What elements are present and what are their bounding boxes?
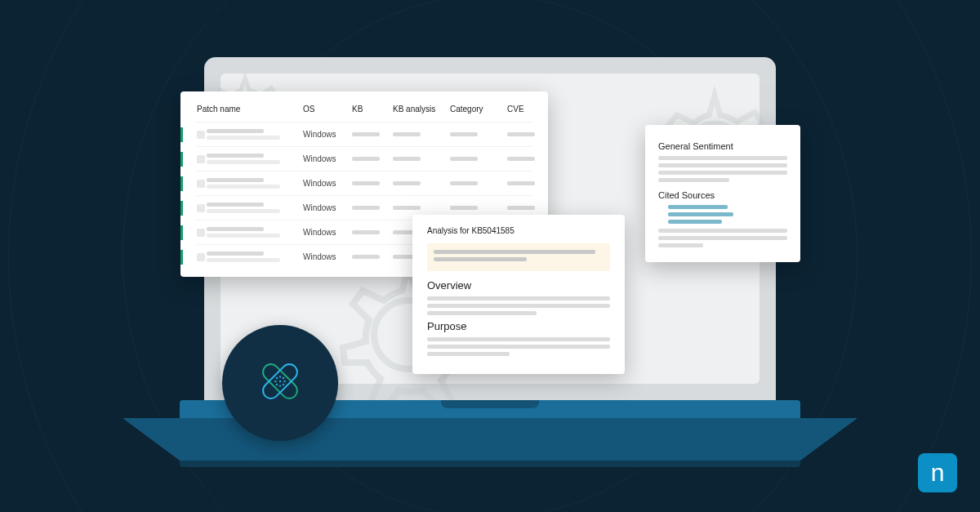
category-cell-placeholder bbox=[450, 157, 478, 161]
overview-heading: Overview bbox=[427, 279, 610, 292]
svg-point-12 bbox=[275, 381, 276, 382]
row-checkbox[interactable] bbox=[197, 229, 205, 237]
sources-heading: Cited Sources bbox=[658, 190, 787, 200]
analysis-highlight bbox=[427, 243, 610, 271]
cve-cell-placeholder bbox=[507, 206, 535, 210]
patch-badge bbox=[222, 325, 338, 441]
kb-analysis-cell-placeholder bbox=[393, 206, 421, 210]
table-row[interactable]: Windows bbox=[197, 171, 532, 195]
patch-name-placeholder bbox=[207, 227, 303, 238]
svg-point-13 bbox=[284, 381, 285, 382]
kb-cell-placeholder bbox=[352, 181, 380, 185]
kb-analysis-cell-placeholder bbox=[393, 157, 421, 161]
os-cell: Windows bbox=[303, 252, 352, 261]
brand-logo-letter: n bbox=[931, 459, 945, 487]
kb-cell-placeholder bbox=[352, 206, 380, 210]
col-os: OS bbox=[303, 105, 352, 114]
svg-point-7 bbox=[283, 385, 284, 385]
purpose-heading: Purpose bbox=[427, 320, 610, 332]
col-category: Category bbox=[450, 105, 507, 114]
patch-name-placeholder bbox=[207, 154, 303, 164]
kb-analysis-cell-placeholder bbox=[393, 132, 421, 136]
analysis-title: Analysis for KB5041585 bbox=[427, 226, 610, 235]
kb-analysis-card: Analysis for KB5041585 Overview Purpose bbox=[412, 215, 625, 374]
os-cell: Windows bbox=[303, 130, 352, 139]
sentiment-heading: General Sentiment bbox=[658, 141, 787, 151]
cve-cell-placeholder bbox=[507, 157, 535, 161]
col-cve: CVE bbox=[507, 105, 548, 114]
table-row[interactable]: Windows bbox=[197, 146, 532, 171]
svg-point-10 bbox=[280, 376, 281, 377]
patch-name-placeholder bbox=[207, 252, 303, 262]
kb-cell-placeholder bbox=[352, 157, 380, 161]
svg-point-11 bbox=[280, 385, 281, 386]
overview-text-placeholder bbox=[427, 296, 610, 315]
row-checkbox[interactable] bbox=[197, 204, 205, 212]
os-cell: Windows bbox=[303, 179, 352, 188]
sentiment-text-placeholder bbox=[658, 156, 787, 182]
os-cell: Windows bbox=[303, 228, 352, 237]
cve-cell-placeholder bbox=[507, 181, 535, 185]
brand-logo: n bbox=[918, 453, 957, 492]
patch-table-header: Patch name OS KB KB analysis Category CV… bbox=[197, 105, 532, 114]
kb-analysis-cell-placeholder bbox=[393, 181, 421, 185]
table-row[interactable]: Windows bbox=[197, 122, 532, 146]
laptop-base bbox=[122, 418, 858, 461]
svg-point-5 bbox=[280, 381, 281, 382]
col-kb-analysis: KB analysis bbox=[393, 105, 450, 114]
kb-cell-placeholder bbox=[352, 230, 380, 234]
patch-name-placeholder bbox=[207, 203, 303, 213]
svg-point-8 bbox=[283, 378, 284, 379]
patch-name-placeholder bbox=[207, 178, 303, 189]
row-checkbox[interactable] bbox=[197, 180, 205, 188]
patch-name-placeholder bbox=[207, 129, 303, 140]
sentiment-card: General Sentiment Cited Sources bbox=[645, 125, 800, 262]
row-checkbox[interactable] bbox=[197, 131, 205, 139]
cve-cell-placeholder bbox=[507, 132, 535, 136]
svg-point-6 bbox=[277, 378, 278, 379]
laptop-base-edge bbox=[180, 461, 800, 467]
col-kb: KB bbox=[352, 105, 393, 114]
row-checkbox[interactable] bbox=[197, 253, 205, 261]
col-patch-name: Patch name bbox=[197, 105, 303, 114]
kb-cell-placeholder bbox=[352, 255, 380, 259]
os-cell: Windows bbox=[303, 154, 352, 163]
svg-point-9 bbox=[277, 385, 278, 385]
cited-source-links bbox=[658, 205, 787, 224]
purpose-text-placeholder bbox=[427, 337, 610, 356]
category-cell-placeholder bbox=[450, 206, 478, 210]
category-cell-placeholder bbox=[450, 181, 478, 185]
kb-cell-placeholder bbox=[352, 132, 380, 136]
os-cell: Windows bbox=[303, 203, 352, 212]
row-checkbox[interactable] bbox=[197, 155, 205, 163]
sources-text-placeholder bbox=[658, 229, 787, 247]
bandage-icon bbox=[247, 349, 313, 417]
category-cell-placeholder bbox=[450, 132, 478, 136]
